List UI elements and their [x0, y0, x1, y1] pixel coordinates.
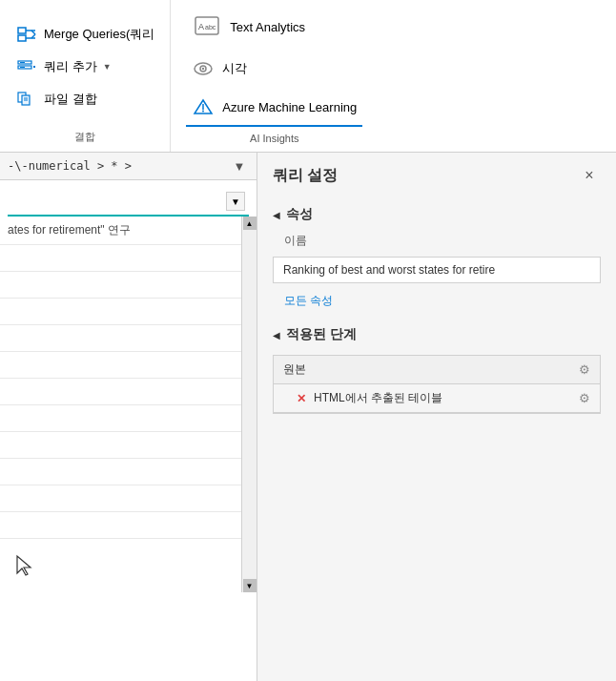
add-query-label: 쿼리 추가: [44, 58, 97, 75]
file-combine-label: 파일 결합: [44, 91, 97, 108]
scroll-up-button[interactable]: ▲: [243, 217, 257, 230]
azure-ml-label: Azure Machine Learning: [222, 100, 357, 114]
search-row: ▼: [8, 188, 249, 217]
svg-text:A: A: [198, 22, 204, 31]
data-row-7: [0, 379, 241, 405]
data-row-2: [0, 245, 241, 272]
left-panel: -\-numerical > * > ▼ ▼ ates for retireme…: [0, 153, 257, 681]
step-html-row[interactable]: ✕ HTML에서 추출된 테이블 ⚙: [274, 384, 600, 413]
query-settings-title: 쿼리 설정: [273, 166, 338, 186]
name-input[interactable]: [273, 257, 601, 283]
svg-rect-1: [18, 35, 26, 41]
svg-text:abc: abc: [205, 24, 216, 31]
ribbon: Merge Queries(쿼리 쿼리 추가 ▼: [0, 0, 616, 153]
search-dropdown-button[interactable]: ▼: [226, 192, 245, 211]
azure-ml-button[interactable]: Azure Machine Learning: [186, 92, 362, 122]
merge-queries-icon: [15, 23, 38, 46]
right-panel: 쿼리 설정 × ◀ 속성 이름 모든 속성 ◀ 적용된 단계 원본 ⚙ ✕: [257, 153, 616, 681]
name-field-label: 이름: [257, 229, 616, 253]
azure-ml-icon: [192, 95, 215, 118]
data-row-8: [0, 405, 241, 432]
vision-button[interactable]: 시각: [186, 53, 362, 84]
step-error-icon: ✕: [297, 392, 306, 405]
step-source-label: 원본: [283, 361, 571, 378]
step-source-gear[interactable]: ⚙: [579, 362, 590, 377]
ai-items: A abc Text Analytics 시각: [186, 8, 362, 122]
svg-marker-25: [17, 556, 31, 575]
data-row-6: [0, 352, 241, 379]
left-toolbar: -\-numerical > * > ▼: [0, 153, 257, 180]
cursor-area: [0, 539, 241, 592]
applied-steps-title: 적용된 단계: [286, 326, 357, 343]
main-content: -\-numerical > * > ▼ ▼ ates for retireme…: [0, 153, 616, 681]
data-row-9: [0, 432, 241, 459]
data-row-3: [0, 272, 241, 299]
merge-queries-button[interactable]: Merge Queries(쿼리: [11, 21, 158, 48]
step-html-label: HTML에서 추출된 테이블: [314, 390, 571, 406]
file-combine-icon: [15, 88, 38, 111]
properties-section-header: ◀ 속성: [257, 198, 616, 229]
applied-steps-header: ◀ 적용된 단계: [257, 319, 616, 349]
svg-point-21: [202, 68, 204, 70]
combine-items: Merge Queries(쿼리 쿼리 추가 ▼: [11, 8, 158, 126]
svg-point-24: [202, 111, 204, 113]
formula-bar: -\-numerical > * >: [8, 159, 226, 173]
data-row-1: ates for retirement" 연구: [0, 217, 241, 245]
data-row-12: [0, 512, 241, 539]
file-combine-button[interactable]: 파일 결합: [11, 86, 158, 113]
ai-section-label: AI Insights: [186, 125, 362, 144]
data-row-10: [0, 459, 241, 485]
formula-dropdown-button[interactable]: ▼: [230, 156, 249, 175]
cursor-icon: [15, 554, 32, 577]
query-settings-header: 쿼리 설정 ×: [257, 153, 616, 198]
vision-icon: [192, 57, 215, 80]
text-analytics-label: Text Analytics: [230, 20, 305, 34]
combine-section: Merge Queries(쿼리 쿼리 추가 ▼: [0, 0, 171, 152]
search-container: ▼: [0, 180, 257, 217]
all-properties-link[interactable]: 모든 속성: [257, 287, 616, 315]
text-analytics-icon: A abc: [192, 11, 222, 42]
vision-label: 시각: [222, 60, 247, 77]
data-row-5: [0, 325, 241, 352]
scrollbar[interactable]: ▲ ▼: [241, 217, 257, 592]
data-rows: ates for retirement" 연구: [0, 217, 241, 592]
data-row-11: [0, 485, 241, 512]
steps-list: 원본 ⚙ ✕ HTML에서 추출된 테이블 ⚙: [273, 355, 601, 414]
combine-section-label: 결합: [74, 126, 95, 144]
properties-triangle: ◀: [273, 210, 280, 220]
close-button[interactable]: ×: [578, 164, 601, 187]
properties-section-title: 속성: [286, 206, 313, 223]
add-query-icon: [15, 55, 38, 78]
scroll-down-button[interactable]: ▼: [243, 579, 257, 592]
step-html-gear[interactable]: ⚙: [579, 391, 590, 405]
add-query-button[interactable]: 쿼리 추가 ▼: [11, 53, 158, 80]
scroll-container: ates for retirement" 연구: [0, 217, 257, 592]
data-row-1-text: ates for retirement" 연구: [8, 222, 131, 238]
merge-queries-label: Merge Queries(쿼리: [44, 26, 154, 43]
step-source-row[interactable]: 원본 ⚙: [274, 356, 600, 384]
svg-rect-0: [18, 28, 26, 33]
ai-section: A abc Text Analytics 시각: [171, 0, 378, 152]
search-input[interactable]: [11, 195, 226, 208]
data-row-4: [0, 299, 241, 325]
text-analytics-button[interactable]: A abc Text Analytics: [186, 8, 362, 46]
add-query-dropdown[interactable]: ▼: [103, 62, 112, 72]
applied-steps-triangle: ◀: [273, 330, 280, 340]
